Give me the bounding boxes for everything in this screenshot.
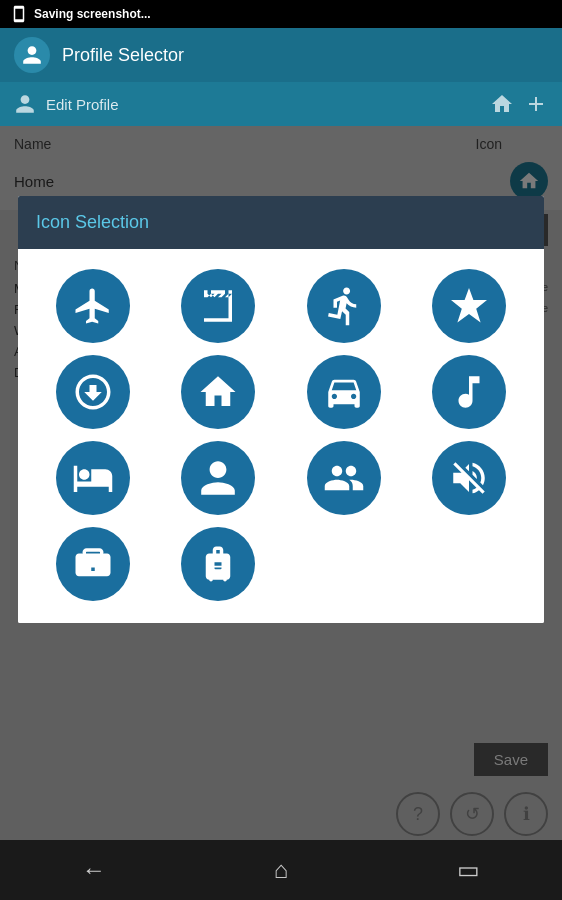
tree-icon-circle[interactable] — [56, 355, 130, 429]
airplane-icon — [72, 285, 114, 327]
edit-profile-icon — [14, 93, 36, 115]
clapperboard-icon-circle[interactable] — [181, 269, 255, 343]
icon-grid — [28, 265, 534, 605]
icon-item-starburst[interactable] — [413, 269, 527, 343]
luggage-icon — [197, 543, 239, 585]
airplane-icon-circle[interactable] — [56, 269, 130, 343]
group-icon-circle[interactable] — [307, 441, 381, 515]
mute-icon — [448, 457, 490, 499]
app-avatar[interactable] — [14, 37, 50, 73]
briefcase-icon-circle[interactable] — [56, 527, 130, 601]
app-title: Profile Selector — [62, 45, 184, 66]
status-bar: Saving screenshot... — [0, 0, 562, 28]
status-text: Saving screenshot... — [34, 7, 151, 21]
bicycle-icon — [323, 285, 365, 327]
icon-item-music[interactable] — [413, 355, 527, 429]
house-icon — [197, 371, 239, 413]
screenshot-icon — [10, 5, 28, 23]
briefcase-icon — [72, 543, 114, 585]
page: Saving screenshot... Profile Selector Ed… — [0, 0, 562, 900]
bicycle-icon-circle[interactable] — [307, 269, 381, 343]
person-solo-icon — [197, 457, 239, 499]
group-icon — [323, 457, 365, 499]
icon-item-airplane[interactable] — [36, 269, 150, 343]
person-icon-circle[interactable] — [181, 441, 255, 515]
icon-item-briefcase[interactable] — [36, 527, 150, 601]
icon-item-bicycle[interactable] — [287, 269, 401, 343]
luggage-icon-circle[interactable] — [181, 527, 255, 601]
icon-item-house[interactable] — [162, 355, 276, 429]
dialog-title: Icon Selection — [36, 212, 149, 232]
nav-home-button[interactable]: ⌂ — [251, 840, 311, 900]
icon-item-clapperboard[interactable] — [162, 269, 276, 343]
add-icon[interactable] — [524, 92, 548, 116]
sleep-icon-circle[interactable] — [56, 441, 130, 515]
clapperboard-icon — [197, 285, 239, 327]
house-icon-circle[interactable] — [181, 355, 255, 429]
nav-back-button[interactable]: ← — [64, 840, 124, 900]
music-icon-circle[interactable] — [432, 355, 506, 429]
car-icon-circle[interactable] — [307, 355, 381, 429]
icon-item-mute[interactable] — [413, 441, 527, 515]
toolbar: Edit Profile — [0, 82, 562, 126]
person-icon — [21, 44, 43, 66]
icon-item-car[interactable] — [287, 355, 401, 429]
nav-recent-button[interactable]: ▭ — [438, 840, 498, 900]
icon-item-person[interactable] — [162, 441, 276, 515]
icon-selection-dialog: Icon Selection — [18, 196, 544, 623]
svg-marker-0 — [451, 288, 487, 322]
starburst-icon-circle[interactable] — [432, 269, 506, 343]
app-bar: Profile Selector — [0, 28, 562, 82]
icon-item-group[interactable] — [287, 441, 401, 515]
edit-profile-label[interactable]: Edit Profile — [46, 96, 480, 113]
icon-item-luggage[interactable] — [162, 527, 276, 601]
sleep-icon — [72, 457, 114, 499]
dialog-header: Icon Selection — [18, 196, 544, 249]
car-icon — [323, 371, 365, 413]
mute-icon-circle[interactable] — [432, 441, 506, 515]
icon-item-tree[interactable] — [36, 355, 150, 429]
icon-item-sleep[interactable] — [36, 441, 150, 515]
tree-icon — [72, 371, 114, 413]
home-icon[interactable] — [490, 92, 514, 116]
nav-bar: ← ⌂ ▭ — [0, 840, 562, 900]
dialog-body — [18, 249, 544, 623]
starburst-icon — [449, 286, 489, 326]
music-icon — [448, 371, 490, 413]
